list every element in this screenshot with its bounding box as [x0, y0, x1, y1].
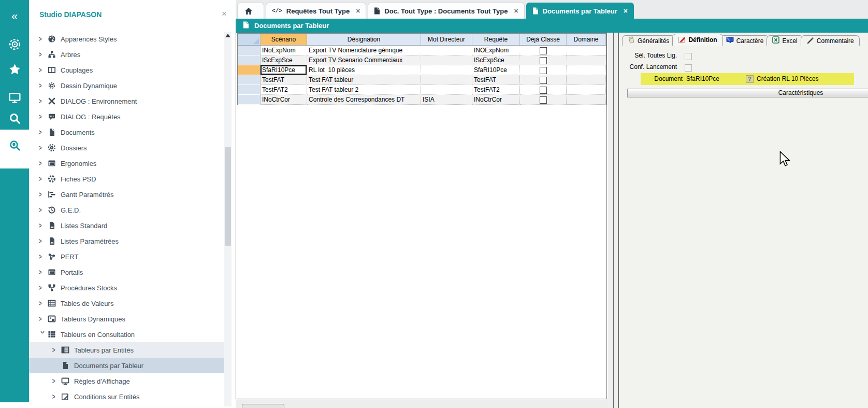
cell-requete[interactable]: INoCtrCor — [472, 95, 520, 105]
document-value[interactable]: SfaRI10Pce — [686, 75, 719, 82]
cell-designation[interactable]: Test FAT tableur 2 — [307, 85, 421, 95]
cell-designation[interactable]: Export TV Nomenclature génrique — [307, 46, 421, 55]
chevron-right-icon[interactable]: > — [39, 253, 46, 261]
sidebar-item-g-e-d[interactable]: >G.E.D. — [29, 202, 224, 218]
tab-documents-par-tableur[interactable]: Documents par Tableur× — [526, 3, 634, 19]
sidebar-item-documents[interactable]: >Documents — [29, 124, 224, 140]
cell-domaine[interactable] — [567, 75, 606, 85]
scrollbar-thumb[interactable] — [225, 147, 231, 246]
sidebar-item-dialog-environnement[interactable]: >DIALOG : Environnement — [29, 93, 224, 109]
cell-mot_directeur[interactable] — [421, 46, 472, 55]
cell-requete[interactable]: IScExpSce — [472, 55, 520, 65]
tab-caractere[interactable]: Caractère — [720, 35, 770, 46]
home-tab[interactable] — [237, 3, 264, 19]
column-header-requete[interactable]: Requête — [472, 34, 520, 46]
chevron-right-icon[interactable]: > — [39, 206, 46, 214]
sidebar-item-conditions-sur-entites[interactable]: >Conditions sur Entités — [29, 389, 224, 404]
sidebar-item-tables-de-valeurs[interactable]: >Tables de Valeurs — [29, 296, 224, 311]
cell-scenario[interactable]: IScExpSce — [261, 55, 307, 65]
cell-domaine[interactable] — [567, 95, 606, 105]
chevron-right-icon[interactable]: > — [39, 129, 46, 136]
help-button[interactable]: ? — [746, 75, 754, 83]
cell-scenario[interactable]: INoExpNom — [261, 46, 307, 55]
row-header[interactable] — [238, 46, 261, 55]
close-icon[interactable]: × — [356, 7, 360, 15]
cell-domaine[interactable] — [567, 55, 606, 65]
rail-collapse-sidebar-button[interactable]: « — [0, 5, 29, 28]
chevron-right-icon[interactable]: > — [39, 300, 46, 307]
deja-classe-checkbox[interactable] — [540, 57, 547, 64]
cell-requete[interactable]: TestFAT2 — [472, 85, 520, 95]
tab-excel[interactable]: Excel — [766, 35, 803, 46]
cell-scenario[interactable]: SfaRI10Pce — [261, 65, 307, 75]
chevron-right-icon[interactable]: > — [39, 315, 46, 323]
cell-scenario[interactable]: TestFAT2 — [261, 85, 307, 95]
deja-classe-checkbox[interactable] — [540, 77, 547, 84]
sidebar-item-gantt-parametres[interactable]: >Gantt Paramétrés — [29, 187, 224, 202]
sidebar-item-tableurs-dynamiques[interactable]: >Tableurs Dynamiques — [29, 311, 224, 327]
deja-classe-checkbox[interactable] — [540, 87, 547, 94]
cell-scenario[interactable]: INoCtrCor — [261, 95, 307, 105]
cell-deja-classe[interactable] — [520, 85, 567, 95]
chevron-right-icon[interactable]: > — [39, 51, 46, 59]
cell-deja-classe[interactable] — [520, 46, 567, 55]
sidebar-item-pert[interactable]: >PERT — [29, 249, 224, 264]
sidebar-item-fiches-psd[interactable]: >Fiches PSD — [29, 171, 224, 187]
chevron-right-icon[interactable]: > — [52, 377, 60, 385]
rail-explore-button[interactable] — [0, 134, 29, 157]
row-header[interactable] — [238, 95, 261, 105]
tab-generalites[interactable]: Généralités — [622, 35, 675, 46]
row-header[interactable] — [238, 75, 261, 85]
deja-classe-checkbox[interactable] — [540, 96, 547, 104]
sidebar-item-portails[interactable]: >Portails — [29, 264, 224, 280]
panel-splitter[interactable] — [608, 33, 618, 408]
cell-requete[interactable]: SfaRI10Pce — [472, 65, 520, 75]
chevron-right-icon[interactable]: > — [52, 346, 60, 354]
cell-designation[interactable]: Export TV Scenario Commerciaux — [307, 55, 421, 65]
close-icon[interactable]: × — [222, 9, 227, 18]
rail-settings-button[interactable] — [0, 33, 29, 55]
cell-domaine[interactable] — [567, 46, 606, 55]
sidebar-item-couplages[interactable]: >Couplages — [29, 62, 224, 78]
cell-scenario[interactable]: TestFAT — [261, 75, 307, 85]
row-header[interactable] — [238, 55, 261, 65]
rail-screens-button[interactable] — [0, 86, 29, 109]
sidebar-item-tableurs-par-entites[interactable]: >Tableurs par Entités — [29, 342, 224, 358]
chevron-right-icon[interactable]: > — [39, 269, 46, 276]
rail-search-button[interactable] — [0, 107, 29, 130]
row-header[interactable] — [238, 65, 261, 75]
cell-mot_directeur[interactable]: ISIA — [421, 95, 472, 105]
cell-designation[interactable]: Controle des Correspondances DT — [307, 95, 421, 105]
cell-mot_directeur[interactable] — [421, 55, 472, 65]
chevron-right-icon[interactable]: > — [39, 160, 46, 167]
sidebar-scrollbar[interactable] — [224, 32, 232, 406]
chevron-down-icon[interactable]: > — [39, 331, 47, 338]
sidebar-item-dessin-dynamique[interactable]: >Dessin Dynamique — [29, 78, 224, 93]
chevron-right-icon[interactable]: > — [52, 393, 60, 401]
chevron-right-icon[interactable]: > — [39, 191, 46, 199]
sidebar-item-dossiers[interactable]: >Dossiers — [29, 140, 224, 156]
scroll-up-icon[interactable] — [225, 34, 230, 37]
cell-mot_directeur[interactable] — [421, 65, 472, 75]
column-header-designation[interactable]: Désignation — [307, 34, 421, 46]
chevron-right-icon[interactable]: > — [39, 97, 46, 105]
cell-designation[interactable]: Test FAT tableur — [307, 75, 421, 85]
rail-favorites-button[interactable] — [0, 58, 29, 80]
chevron-right-icon[interactable]: > — [39, 82, 46, 90]
chevron-right-icon[interactable]: > — [39, 175, 46, 183]
column-header-mot_directeur[interactable]: Mot Directeur — [421, 34, 472, 46]
column-header-domaine[interactable]: Domaine — [567, 34, 606, 46]
chevron-right-icon[interactable]: > — [39, 144, 46, 152]
cell-mot_directeur[interactable] — [421, 75, 472, 85]
cell-deja-classe[interactable] — [520, 55, 567, 65]
column-header-rowhead[interactable] — [238, 34, 261, 46]
cell-requete[interactable]: TestFAT — [472, 75, 520, 85]
close-icon[interactable]: × — [514, 7, 518, 15]
chevron-right-icon[interactable]: > — [39, 284, 46, 292]
deja-classe-checkbox[interactable] — [540, 47, 547, 54]
sel-toutes-lig-checkbox[interactable] — [685, 53, 692, 60]
cell-requete[interactable]: INOExpNom — [472, 46, 520, 55]
sidebar-item-listes-standard[interactable]: >Listes Standard — [29, 218, 224, 233]
tab-requetes-tout-type[interactable]: </>Requêtes Tout Type× — [266, 3, 366, 19]
chevron-right-icon[interactable]: > — [39, 66, 46, 74]
